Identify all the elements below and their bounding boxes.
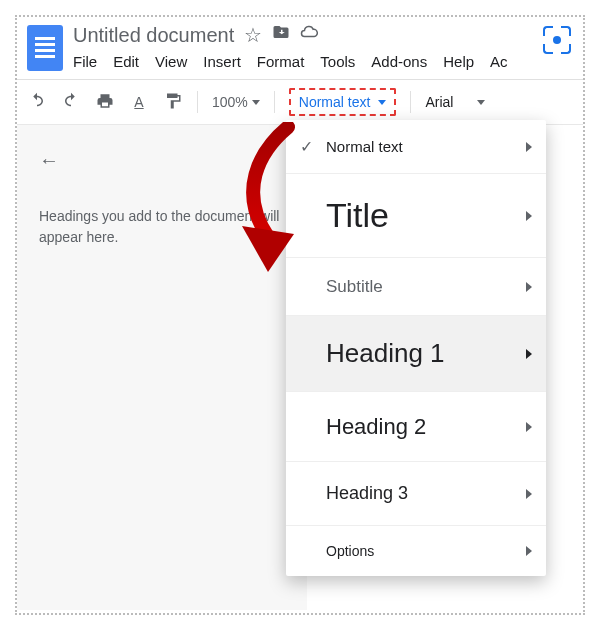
style-option-title[interactable]: Title bbox=[286, 174, 546, 258]
redo-button[interactable] bbox=[61, 92, 81, 113]
submenu-arrow-icon bbox=[526, 489, 532, 499]
outline-sidebar: ← Headings you add to the document will … bbox=[17, 125, 307, 610]
lens-capture-icon[interactable] bbox=[543, 26, 571, 54]
style-dropdown-menu: ✓ Normal text Title Subtitle Heading 1 H… bbox=[286, 120, 546, 576]
spellcheck-button[interactable]: A bbox=[129, 94, 149, 110]
titlebar: Untitled document ☆ File Edit View Inser… bbox=[73, 23, 533, 70]
zoom-dropdown[interactable]: 100% bbox=[212, 94, 260, 110]
zoom-value: 100% bbox=[212, 94, 248, 110]
style-option-normal-text[interactable]: ✓ Normal text bbox=[286, 120, 546, 174]
option-label: Heading 3 bbox=[300, 483, 526, 504]
menu-tools[interactable]: Tools bbox=[320, 53, 355, 70]
check-icon: ✓ bbox=[300, 137, 326, 156]
caret-down-icon bbox=[252, 100, 260, 105]
cloud-status-icon[interactable] bbox=[300, 23, 318, 47]
style-label: Normal text bbox=[299, 94, 371, 110]
menu-addons[interactable]: Add-ons bbox=[371, 53, 427, 70]
menu-format[interactable]: Format bbox=[257, 53, 305, 70]
style-option-heading-3[interactable]: Heading 3 bbox=[286, 462, 546, 526]
caret-down-icon bbox=[477, 100, 485, 105]
toolbar: A 100% Normal text Arial bbox=[17, 79, 583, 124]
submenu-arrow-icon bbox=[526, 349, 532, 359]
print-button[interactable] bbox=[95, 92, 115, 113]
undo-button[interactable] bbox=[27, 92, 47, 113]
style-option-heading-1[interactable]: Heading 1 bbox=[286, 316, 546, 392]
paragraph-style-dropdown[interactable]: Normal text bbox=[289, 88, 397, 116]
menu-file[interactable]: File bbox=[73, 53, 97, 70]
submenu-arrow-icon bbox=[526, 422, 532, 432]
option-label: Title bbox=[300, 196, 526, 235]
menubar: File Edit View Insert Format Tools Add-o… bbox=[73, 53, 533, 70]
separator bbox=[197, 91, 198, 113]
menu-ac[interactable]: Ac bbox=[490, 53, 508, 70]
separator bbox=[274, 91, 275, 113]
paint-format-button[interactable] bbox=[163, 92, 183, 113]
submenu-arrow-icon bbox=[526, 211, 532, 221]
outline-placeholder-text: Headings you add to the document will ap… bbox=[39, 206, 285, 248]
font-label: Arial bbox=[425, 94, 453, 110]
star-icon[interactable]: ☆ bbox=[244, 23, 262, 47]
option-label: Heading 2 bbox=[300, 414, 526, 440]
move-icon[interactable] bbox=[272, 23, 290, 47]
document-title[interactable]: Untitled document bbox=[73, 24, 234, 47]
option-label: Subtitle bbox=[300, 277, 526, 297]
close-outline-button[interactable]: ← bbox=[39, 149, 285, 172]
submenu-arrow-icon bbox=[526, 546, 532, 556]
header: Untitled document ☆ File Edit View Inser… bbox=[17, 17, 583, 71]
caret-down-icon bbox=[378, 100, 386, 105]
font-dropdown[interactable]: Arial bbox=[425, 94, 485, 110]
menu-insert[interactable]: Insert bbox=[203, 53, 241, 70]
submenu-arrow-icon bbox=[526, 282, 532, 292]
docs-logo-icon[interactable] bbox=[27, 25, 63, 71]
option-label: Heading 1 bbox=[300, 338, 526, 369]
separator bbox=[410, 91, 411, 113]
style-option-options[interactable]: Options bbox=[286, 526, 546, 576]
option-label: Options bbox=[300, 543, 526, 559]
style-option-subtitle[interactable]: Subtitle bbox=[286, 258, 546, 316]
option-label: Normal text bbox=[326, 138, 526, 155]
style-option-heading-2[interactable]: Heading 2 bbox=[286, 392, 546, 462]
menu-view[interactable]: View bbox=[155, 53, 187, 70]
menu-edit[interactable]: Edit bbox=[113, 53, 139, 70]
menu-help[interactable]: Help bbox=[443, 53, 474, 70]
submenu-arrow-icon bbox=[526, 142, 532, 152]
